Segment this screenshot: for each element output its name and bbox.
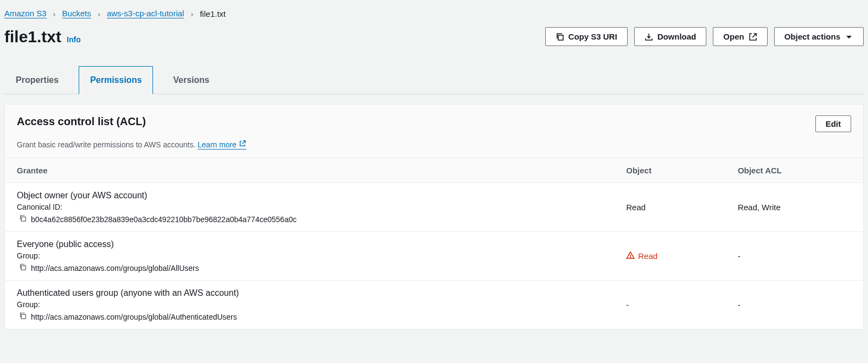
tab-permissions[interactable]: Permissions xyxy=(79,66,153,94)
copy-icon[interactable] xyxy=(19,263,27,273)
breadcrumb-bucket[interactable]: aws-s3-cp-acl-tutorial xyxy=(107,9,184,18)
tab-versions[interactable]: Versions xyxy=(162,66,221,94)
copy-icon[interactable] xyxy=(19,215,27,224)
action-bar: Copy S3 URI Download Open Object actions xyxy=(545,27,864,46)
panel-desc-text: Grant basic read/write permissions to AW… xyxy=(17,140,195,149)
col-object: Object xyxy=(614,158,726,183)
caret-down-icon xyxy=(845,33,853,41)
page-title: file1.txt xyxy=(4,28,61,46)
svg-rect-1 xyxy=(21,217,25,221)
tab-properties[interactable]: Properties xyxy=(4,66,70,94)
svg-rect-5 xyxy=(21,314,25,319)
open-label: Open xyxy=(723,32,744,41)
warning-icon xyxy=(626,251,635,261)
table-row: Authenticated users group (anyone with a… xyxy=(5,281,863,329)
object-actions-label: Object actions xyxy=(784,32,840,41)
tabs: Properties Permissions Versions xyxy=(4,66,864,94)
acl-table: Grantee Object Object ACL Object owner (… xyxy=(5,158,863,329)
external-link-icon xyxy=(749,33,757,41)
grantee-sublabel: Group: xyxy=(17,300,602,309)
grantee-sublabel: Group: xyxy=(17,251,602,260)
object-cell: - xyxy=(614,281,726,329)
table-row: Everyone (public access) Group: http://a… xyxy=(5,232,863,281)
object-actions-button[interactable]: Object actions xyxy=(774,27,864,46)
acl-cell: - xyxy=(726,232,863,281)
panel-title: Access control list (ACL) xyxy=(17,115,146,128)
copy-icon xyxy=(556,33,564,41)
object-cell: Read xyxy=(614,183,726,232)
breadcrumb-root[interactable]: Amazon S3 xyxy=(4,9,47,18)
svg-rect-3 xyxy=(21,265,25,270)
col-grantee: Grantee xyxy=(5,158,614,183)
col-acl: Object ACL xyxy=(726,158,863,183)
chevron-right-icon: › xyxy=(190,9,193,18)
breadcrumb-buckets[interactable]: Buckets xyxy=(62,9,91,18)
grantee-name: Object owner (your AWS account) xyxy=(17,191,602,200)
acl-cell: - xyxy=(726,281,863,329)
learn-more-link[interactable]: Learn more xyxy=(197,140,246,150)
svg-rect-0 xyxy=(558,35,563,40)
acl-cell: Read, Write xyxy=(726,183,863,232)
copy-s3-uri-label: Copy S3 URI xyxy=(569,32,617,41)
object-value: - xyxy=(626,300,629,309)
grantee-id: http://acs.amazonaws.com/groups/global/A… xyxy=(31,313,237,321)
download-label: Download xyxy=(658,32,697,41)
edit-button[interactable]: Edit xyxy=(815,115,851,132)
page-header: file1.txt Info Copy S3 URI Download Open… xyxy=(4,24,864,53)
table-row: Object owner (your AWS account) Canonica… xyxy=(5,183,863,232)
copy-icon[interactable] xyxy=(19,312,27,321)
grantee-id: b0c4a62c8856f0e23b28a839e0a3cdc492210bb7… xyxy=(31,215,297,224)
breadcrumb-current: file1.txt xyxy=(200,9,226,18)
learn-more-label: Learn more xyxy=(197,140,237,149)
external-link-icon xyxy=(239,140,246,147)
grantee-sublabel: Canonical ID: xyxy=(17,203,602,211)
grantee-id: http://acs.amazonaws.com/groups/global/A… xyxy=(31,264,199,273)
download-icon xyxy=(644,33,653,41)
object-value: Read xyxy=(626,203,646,212)
copy-s3-uri-button[interactable]: Copy S3 URI xyxy=(545,27,628,46)
download-button[interactable]: Download xyxy=(634,27,707,46)
grantee-name: Authenticated users group (anyone with a… xyxy=(17,288,602,298)
grantee-name: Everyone (public access) xyxy=(17,239,602,249)
breadcrumb: Amazon S3 › Buckets › aws-s3-cp-acl-tuto… xyxy=(4,0,864,24)
object-value-warning: Read xyxy=(638,251,658,261)
chevron-right-icon: › xyxy=(98,9,100,18)
info-link[interactable]: Info xyxy=(67,35,81,44)
panel-description: Grant basic read/write permissions to AW… xyxy=(5,140,863,158)
object-cell: Read xyxy=(614,232,726,281)
svg-point-4 xyxy=(630,257,631,257)
chevron-right-icon: › xyxy=(53,9,56,18)
acl-panel: Access control list (ACL) Edit Grant bas… xyxy=(4,104,864,329)
open-button[interactable]: Open xyxy=(713,27,767,46)
